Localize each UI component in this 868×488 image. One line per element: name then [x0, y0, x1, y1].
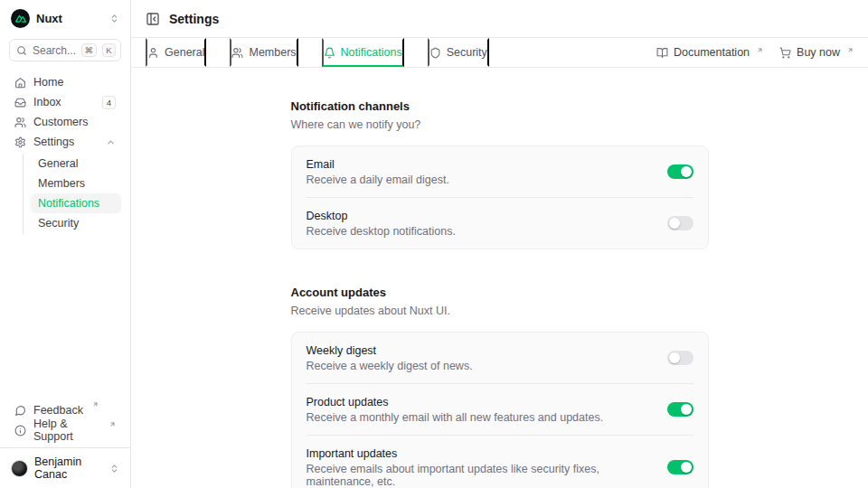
- app-window: Nuxt ⌘ K Home: [0, 0, 868, 488]
- sidebar-item-label: Notifications: [38, 197, 99, 210]
- sidebar-item-label: Customers: [33, 116, 88, 128]
- setting-description: Receive emails about important updates l…: [307, 463, 653, 488]
- kbd-meta: ⌘: [81, 43, 98, 57]
- sidebar-item-label: Members: [38, 177, 85, 190]
- setting-row-email: Email Receive a daily email digest.: [307, 146, 693, 197]
- tab-security[interactable]: Security: [428, 38, 489, 67]
- user-menu[interactable]: Benjamin Canac: [0, 447, 130, 488]
- search-input[interactable]: [33, 44, 76, 57]
- tab-label: General: [165, 46, 204, 59]
- external-link-icon: [109, 421, 116, 427]
- sidebar-item-label: Help & Support: [33, 418, 100, 443]
- info-circle-icon: [14, 425, 26, 436]
- sidebar-nav: Home Inbox 4 Customers: [9, 72, 121, 233]
- sidebar-collapse-icon[interactable]: [146, 12, 160, 26]
- chevron-up-icon: [106, 137, 116, 147]
- bell-icon: [324, 47, 335, 59]
- gear-icon: [14, 136, 26, 148]
- workspace-selector[interactable]: Nuxt: [9, 7, 121, 30]
- sidebar-item-label: General: [38, 157, 78, 170]
- users-icon: [14, 117, 26, 128]
- setting-row-weekly-digest: Weekly digest Receive a weekly digest of…: [307, 333, 693, 383]
- shield-icon: [429, 47, 441, 59]
- tab-notifications[interactable]: Notifications: [322, 38, 404, 67]
- sidebar-item-settings-notifications[interactable]: Notifications: [31, 193, 121, 213]
- main-panel: Settings General Members Notifications: [131, 0, 868, 488]
- tab-label: Members: [249, 46, 296, 59]
- setting-row-important-updates: Important updates Receive emails about i…: [307, 435, 693, 488]
- user-icon: [147, 47, 159, 59]
- page-header: Settings: [131, 0, 868, 37]
- setting-title: Product updates: [307, 396, 653, 408]
- link-label: Documentation: [674, 46, 750, 59]
- weekly-digest-toggle[interactable]: [667, 351, 693, 365]
- section-title: Notification channels: [291, 99, 709, 113]
- workspace-name: Nuxt: [36, 12, 62, 25]
- setting-row-desktop: Desktop Receive desktop notifications.: [307, 197, 693, 249]
- chevrons-up-down-icon: [109, 464, 119, 474]
- page-title: Settings: [169, 12, 219, 26]
- avatar: [11, 460, 28, 477]
- sidebar-item-home[interactable]: Home: [9, 72, 121, 92]
- chevrons-up-down-icon: [109, 14, 119, 23]
- setting-title: Email: [307, 158, 653, 171]
- sidebar-item-customers[interactable]: Customers: [9, 112, 121, 132]
- tab-members[interactable]: Members: [230, 38, 297, 67]
- sidebar-item-settings-security[interactable]: Security: [31, 213, 121, 233]
- email-toggle[interactable]: [667, 164, 693, 179]
- setting-description: Receive a weekly digest of news.: [307, 360, 653, 372]
- inbox-icon: [14, 97, 26, 108]
- message-bubble-icon: [14, 405, 26, 417]
- tab-label: Security: [447, 46, 487, 59]
- inbox-count-badge: 4: [102, 96, 116, 109]
- account-updates-section: Account updates Receive updates about Nu…: [291, 286, 709, 488]
- link-label: Buy now: [797, 46, 840, 59]
- setting-row-product-updates: Product updates Receive a monthly email …: [307, 383, 693, 435]
- users-icon: [231, 47, 243, 59]
- shopping-cart-icon: [779, 47, 791, 59]
- sidebar-item-settings-general[interactable]: General: [31, 154, 121, 174]
- important-updates-toggle[interactable]: [667, 460, 693, 474]
- search-box[interactable]: ⌘ K: [9, 39, 121, 61]
- nuxt-logo-icon: [11, 9, 30, 28]
- external-link-icon: [847, 47, 854, 53]
- sidebar-item-settings[interactable]: Settings: [9, 132, 121, 152]
- sidebar-item-help-support[interactable]: Help & Support: [9, 420, 121, 440]
- notification-channels-card: Email Receive a daily email digest. Desk…: [291, 145, 709, 249]
- tab-general[interactable]: General: [146, 38, 206, 67]
- documentation-link[interactable]: Documentation: [656, 46, 763, 59]
- settings-content: Notification channels Where can we notif…: [131, 68, 868, 488]
- desktop-toggle[interactable]: [667, 216, 693, 230]
- setting-title: Desktop: [307, 210, 653, 222]
- setting-description: Receive a monthly email with all new fea…: [307, 411, 653, 424]
- sidebar-item-label: Home: [33, 76, 63, 89]
- settings-subnav: General Members Notifications Security: [23, 154, 121, 233]
- sidebar-item-label: Security: [38, 217, 79, 230]
- user-name: Benjamin Canac: [34, 455, 103, 481]
- product-updates-toggle[interactable]: [667, 402, 693, 417]
- setting-description: Receive desktop notifications.: [307, 225, 653, 238]
- sidebar-item-settings-members[interactable]: Members: [31, 174, 121, 193]
- setting-title: Important updates: [307, 447, 653, 460]
- kbd-k: K: [102, 43, 116, 57]
- sidebar-item-inbox[interactable]: Inbox 4: [9, 92, 121, 112]
- section-title: Account updates: [291, 286, 709, 299]
- external-link-icon: [757, 47, 763, 53]
- buy-now-link[interactable]: Buy now: [779, 46, 854, 59]
- notification-channels-section: Notification channels Where can we notif…: [291, 99, 709, 249]
- search-icon: [16, 45, 27, 56]
- setting-title: Weekly digest: [307, 344, 653, 357]
- section-description: Where can we notify you?: [291, 118, 709, 131]
- home-icon: [14, 77, 26, 89]
- header-links: Documentation Buy now: [656, 38, 854, 67]
- sidebar-item-label: Feedback: [33, 404, 83, 417]
- setting-description: Receive a daily email digest.: [307, 174, 653, 186]
- external-link-icon: [92, 401, 99, 408]
- account-updates-card: Weekly digest Receive a weekly digest of…: [291, 332, 709, 488]
- section-description: Receive updates about Nuxt UI.: [291, 305, 709, 317]
- sidebar-item-label: Inbox: [33, 96, 61, 108]
- sidebar-item-label: Settings: [33, 136, 74, 148]
- sidebar-spacer: [0, 233, 130, 400]
- sidebar: Nuxt ⌘ K Home: [0, 0, 131, 488]
- settings-tabbar: General Members Notifications Security: [131, 37, 868, 68]
